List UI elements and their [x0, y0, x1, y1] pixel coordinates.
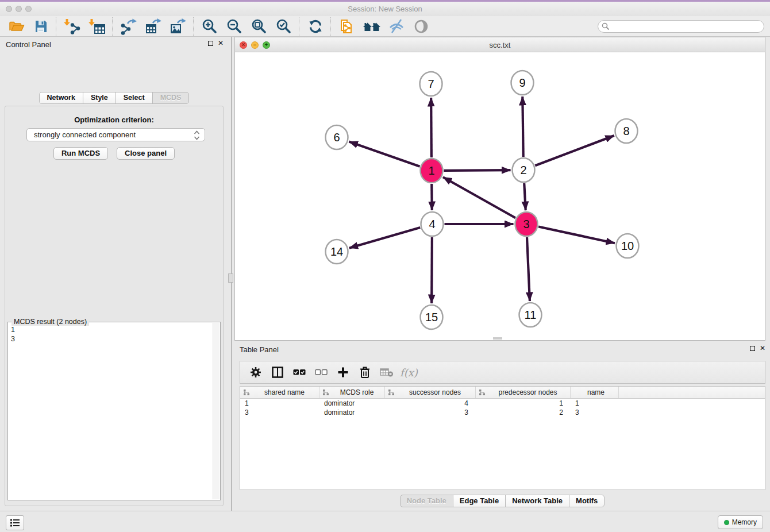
deselect-all-checkboxes-icon[interactable]: [310, 362, 332, 383]
column-header-predecessor-nodes[interactable]: predecessor nodes: [476, 387, 571, 398]
edge-2-9[interactable]: [522, 97, 523, 157]
node-7[interactable]: 7: [420, 72, 442, 96]
edge-1-6[interactable]: [349, 142, 419, 167]
node-label: 2: [520, 164, 526, 176]
float-table-panel-icon[interactable]: [750, 346, 755, 351]
tab-node-table[interactable]: Node Table: [400, 495, 453, 507]
cell-MCDS-role: dominator: [319, 399, 385, 408]
splitter-grip[interactable]: [228, 273, 233, 283]
toolbar-separator: [330, 17, 332, 36]
table-panel-title: Table Panel: [240, 345, 279, 354]
edge-1-2[interactable]: [444, 170, 510, 171]
refresh-icon[interactable]: [303, 17, 328, 36]
search-box: [598, 20, 764, 33]
chevron-up-down-icon: [194, 130, 200, 140]
node-8[interactable]: 8: [615, 119, 638, 143]
column-header-shared-name[interactable]: shared name: [240, 387, 319, 398]
tab-style[interactable]: Style: [83, 92, 116, 104]
table-row[interactable]: 1dominator411: [240, 399, 765, 408]
delete-table-icon[interactable]: [376, 362, 398, 383]
table-row[interactable]: 3dominator323: [240, 408, 765, 417]
hide-selected-icon[interactable]: [384, 17, 409, 36]
delete-column-trash-icon[interactable]: [354, 362, 376, 383]
save-session-icon[interactable]: [28, 17, 53, 36]
mcds-result-box[interactable]: MCDS result (2 nodes) 1 3: [7, 322, 221, 500]
show-hidden-eye-icon[interactable]: [409, 17, 433, 36]
import-network-icon[interactable]: [60, 17, 84, 36]
function-builder-icon[interactable]: f(x): [400, 367, 418, 379]
node-9[interactable]: 9: [511, 71, 534, 95]
zoom-out-icon[interactable]: [222, 17, 247, 36]
clone-network-icon[interactable]: [334, 17, 359, 36]
node-4[interactable]: 4: [421, 212, 444, 236]
float-panel-icon[interactable]: [208, 41, 213, 46]
network-canvas[interactable]: 7968124314101511: [234, 52, 765, 341]
column-header-name[interactable]: name: [571, 387, 619, 398]
cell-shared-name: 3: [240, 408, 319, 417]
node-3[interactable]: 3: [515, 212, 538, 236]
edge-2-3[interactable]: [524, 183, 526, 210]
close-panel-icon[interactable]: ✕: [218, 40, 224, 47]
node-6[interactable]: 6: [326, 125, 348, 149]
export-table-icon[interactable]: [141, 17, 165, 36]
dropdown-value: strongly connected component: [34, 130, 136, 139]
tab-motifs[interactable]: Motifs: [569, 495, 605, 507]
session-title: Session: New Session: [0, 5, 770, 13]
cell-name: 3: [571, 408, 619, 417]
show-column-panel-icon[interactable]: [267, 362, 288, 383]
select-all-checkboxes-icon[interactable]: [288, 362, 310, 383]
edge-1-7[interactable]: [431, 98, 432, 157]
add-column-icon[interactable]: [332, 362, 354, 383]
task-history-button[interactable]: [6, 515, 24, 530]
node-10[interactable]: 10: [617, 234, 639, 258]
settings-gear-icon[interactable]: [245, 362, 267, 383]
mcds-result-title: MCDS result (2 nodes): [11, 318, 89, 326]
zoom-in-icon[interactable]: [197, 17, 222, 36]
cell-name: 1: [571, 399, 619, 408]
column-header-successor-nodes[interactable]: successor nodes: [385, 387, 476, 398]
node-label: 10: [621, 240, 634, 252]
table-header-row: shared nameMCDS rolesuccessor nodesprede…: [240, 387, 765, 399]
mcds-tab-content: Optimization criterion: strongly connect…: [5, 106, 224, 506]
import-table-icon[interactable]: [84, 17, 109, 36]
canvas-resize-grip[interactable]: [493, 337, 502, 340]
node-2[interactable]: 2: [513, 158, 535, 182]
edge-3-1[interactable]: [443, 177, 515, 218]
optimization-criterion-dropdown[interactable]: strongly connected component: [26, 128, 205, 141]
edge-2-8[interactable]: [535, 136, 614, 165]
open-session-icon[interactable]: [3, 17, 28, 36]
panel-splitter[interactable]: [228, 37, 234, 511]
zoom-fit-icon[interactable]: [247, 17, 271, 36]
run-mcds-button[interactable]: Run MCDS: [53, 147, 108, 160]
close-panel-button[interactable]: Close panel: [117, 147, 175, 160]
node-1[interactable]: 1: [421, 159, 443, 183]
network-view-window: ✕ − + scc.txt 7968124314101511: [234, 37, 765, 341]
edge-3-10[interactable]: [538, 227, 615, 244]
tab-edge-table[interactable]: Edge Table: [453, 495, 506, 507]
export-image-icon[interactable]: [165, 17, 190, 36]
toolbar-separator: [112, 17, 113, 36]
tab-select[interactable]: Select: [116, 92, 153, 104]
node-11[interactable]: 11: [519, 303, 542, 327]
export-network-icon[interactable]: [116, 17, 141, 36]
tab-network[interactable]: Network: [39, 92, 83, 104]
node-label: 3: [523, 218, 529, 230]
edge-4-14[interactable]: [349, 228, 421, 248]
result-scrollbar[interactable]: [213, 323, 220, 499]
node-15[interactable]: 15: [421, 305, 443, 329]
node-label: 11: [525, 309, 537, 321]
network-window-titlebar: ✕ − + scc.txt: [234, 37, 765, 52]
column-header-MCDS-role[interactable]: MCDS role: [319, 387, 385, 398]
node-14[interactable]: 14: [326, 240, 348, 264]
tab-network-table[interactable]: Network Table: [505, 495, 569, 507]
tab-mcds[interactable]: MCDS: [152, 92, 190, 104]
memory-status-icon: [724, 520, 729, 525]
first-neighbors-icon[interactable]: [359, 17, 384, 36]
memory-button[interactable]: Memory: [718, 515, 763, 529]
sort-column-icon: [243, 389, 250, 396]
edge-3-11[interactable]: [527, 237, 530, 301]
zoom-selected-icon[interactable]: [271, 17, 296, 36]
close-table-panel-icon[interactable]: ✕: [760, 345, 765, 352]
edge-4-15[interactable]: [432, 237, 432, 303]
search-input[interactable]: [598, 20, 764, 33]
